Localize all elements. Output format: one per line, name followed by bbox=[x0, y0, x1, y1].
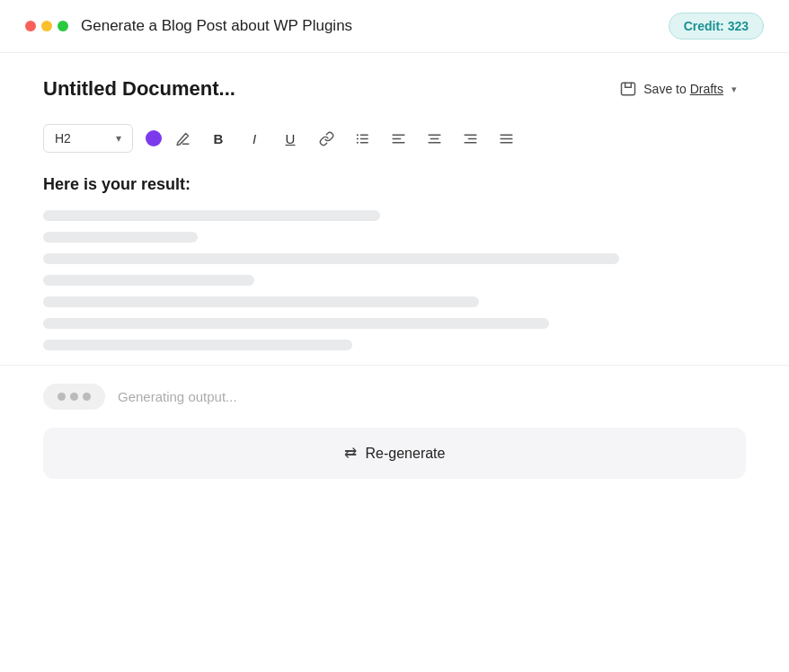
align-right-icon bbox=[463, 131, 478, 146]
page-title: Generate a Blog Post about WP Plugins bbox=[81, 17, 352, 35]
link-icon bbox=[319, 131, 334, 146]
skeleton-content bbox=[43, 210, 746, 350]
result-label: Here is your result: bbox=[43, 175, 746, 194]
list-icon bbox=[355, 131, 370, 146]
highlighter-icon bbox=[175, 131, 191, 146]
close-dot[interactable] bbox=[25, 21, 36, 31]
doc-header-row: Untitled Document... Save to Drafts ▾ bbox=[43, 75, 746, 103]
credit-badge: Credit: 323 bbox=[669, 13, 764, 40]
align-center-icon bbox=[427, 131, 442, 146]
bottom-section: Generating output... ⇄ Re-generate bbox=[0, 366, 789, 500]
bold-label: B bbox=[214, 131, 224, 146]
italic-label: I bbox=[253, 131, 256, 146]
skeleton-line bbox=[43, 340, 352, 350]
justify-button[interactable] bbox=[491, 123, 521, 154]
highlight-button[interactable] bbox=[167, 123, 198, 154]
unordered-list-button[interactable] bbox=[347, 123, 377, 154]
regenerate-button[interactable]: ⇄ Re-generate bbox=[43, 428, 746, 479]
heading-chevron-icon: ▾ bbox=[116, 132, 121, 145]
save-drafts-label: Save to Drafts bbox=[643, 82, 723, 96]
align-left-icon bbox=[391, 131, 406, 146]
regenerate-label: Re-generate bbox=[366, 446, 446, 462]
skeleton-line bbox=[43, 275, 254, 286]
skeleton-line bbox=[43, 253, 619, 264]
skeleton-line bbox=[43, 296, 479, 307]
bold-button[interactable]: B bbox=[203, 123, 234, 154]
underline-button[interactable]: U bbox=[275, 123, 306, 154]
skeleton-line bbox=[43, 318, 549, 329]
link-button[interactable] bbox=[311, 123, 341, 154]
content-area: Untitled Document... Save to Drafts ▾ H2… bbox=[0, 53, 789, 366]
generating-row: Generating output... bbox=[43, 384, 746, 410]
justify-icon bbox=[499, 131, 514, 146]
window-controls bbox=[25, 21, 68, 31]
skeleton-line bbox=[43, 210, 380, 221]
generating-status-text: Generating output... bbox=[118, 389, 237, 404]
skeleton-line bbox=[43, 232, 198, 243]
top-bar-left: Generate a Blog Post about WP Plugins bbox=[25, 17, 352, 35]
typing-dot-2 bbox=[70, 393, 78, 401]
arrows-icon: ⇄ bbox=[344, 444, 357, 463]
typing-dot-1 bbox=[58, 393, 66, 401]
chevron-down-icon: ▾ bbox=[731, 84, 737, 95]
typing-dot-3 bbox=[83, 393, 91, 401]
toolbar: H2 ▾ B I U bbox=[43, 123, 746, 154]
minimize-dot[interactable] bbox=[41, 21, 52, 31]
top-bar: Generate a Blog Post about WP Plugins Cr… bbox=[0, 0, 789, 53]
save-to-drafts-button[interactable]: Save to Drafts ▾ bbox=[610, 75, 746, 103]
align-right-button[interactable] bbox=[455, 123, 485, 154]
svg-point-8 bbox=[356, 137, 358, 139]
heading-select[interactable]: H2 ▾ bbox=[43, 124, 133, 153]
align-center-button[interactable] bbox=[419, 123, 449, 154]
svg-point-9 bbox=[356, 141, 358, 143]
heading-value: H2 bbox=[55, 131, 71, 146]
align-left-button[interactable] bbox=[383, 123, 413, 154]
svg-rect-0 bbox=[622, 83, 635, 94]
svg-point-7 bbox=[356, 134, 358, 136]
italic-button[interactable]: I bbox=[239, 123, 270, 154]
maximize-dot[interactable] bbox=[58, 21, 68, 31]
document-title: Untitled Document... bbox=[43, 77, 235, 101]
color-picker-dot[interactable] bbox=[146, 130, 162, 146]
typing-indicator bbox=[43, 384, 105, 410]
save-icon bbox=[619, 80, 637, 98]
underline-label: U bbox=[286, 131, 296, 146]
